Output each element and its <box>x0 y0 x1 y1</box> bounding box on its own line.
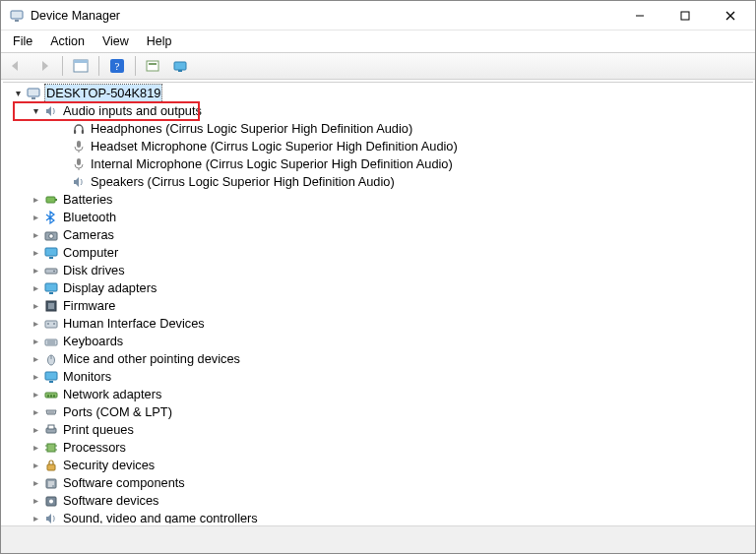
tree-root[interactable]: DESKTOP-504K819 <box>9 85 753 102</box>
device-item[interactable]: Speakers (Cirrus Logic Superior High Def… <box>9 173 753 191</box>
category-item[interactable]: Security devices <box>9 457 753 474</box>
expand-icon[interactable] <box>29 423 42 437</box>
svg-point-25 <box>49 234 54 239</box>
category-item[interactable]: Bluetooth <box>9 209 753 226</box>
svg-rect-3 <box>681 12 689 20</box>
category-item[interactable]: Network adapters <box>9 386 753 403</box>
expand-icon[interactable] <box>29 228 42 242</box>
svg-point-29 <box>53 271 55 273</box>
device-tree[interactable]: DESKTOP-504K819 Audio inputs and outputs… <box>3 83 753 523</box>
forward-button[interactable] <box>32 55 56 77</box>
expand-icon[interactable] <box>29 317 42 331</box>
expand-icon[interactable] <box>29 494 42 508</box>
category-item[interactable]: Print queues <box>9 421 753 439</box>
expand-icon[interactable] <box>29 476 42 490</box>
expand-icon[interactable] <box>29 388 42 401</box>
svg-rect-34 <box>45 321 57 328</box>
computer-icon <box>26 86 41 101</box>
tree-root-label: DESKTOP-504K819 <box>45 85 161 102</box>
expand-icon[interactable] <box>29 264 42 277</box>
category-icon <box>43 351 59 367</box>
category-label: Processors <box>63 439 126 457</box>
category-item[interactable]: Processors <box>9 439 753 457</box>
category-item[interactable]: Batteries <box>9 191 753 209</box>
expand-icon[interactable] <box>29 512 42 523</box>
category-audio[interactable]: Audio inputs and outputs <box>9 102 753 120</box>
svg-rect-1 <box>15 20 19 22</box>
update-driver-button[interactable] <box>169 55 193 77</box>
category-icon <box>43 422 59 438</box>
menu-action[interactable]: Action <box>42 32 93 50</box>
help-button[interactable]: ? <box>105 55 129 77</box>
expand-icon[interactable] <box>29 335 42 348</box>
category-item[interactable]: Monitors <box>9 368 753 386</box>
expand-icon[interactable] <box>29 441 42 455</box>
category-item[interactable]: Human Interface Devices <box>9 315 753 333</box>
category-item[interactable]: Ports (COM & LPT) <box>9 403 753 421</box>
expand-icon[interactable] <box>29 104 42 118</box>
category-icon <box>43 316 59 332</box>
menu-view[interactable]: View <box>94 32 137 50</box>
expand-icon[interactable] <box>29 405 42 419</box>
category-label: Computer <box>63 244 118 262</box>
svg-rect-22 <box>46 197 55 203</box>
device-item[interactable]: Headphones (Cirrus Logic Superior High D… <box>9 120 753 138</box>
device-label: Speakers (Cirrus Logic Superior High Def… <box>91 173 395 191</box>
svg-rect-12 <box>174 62 186 70</box>
svg-rect-53 <box>47 444 55 452</box>
category-label: Human Interface Devices <box>63 315 205 333</box>
close-button[interactable] <box>708 1 753 31</box>
expand-icon[interactable] <box>29 193 42 207</box>
category-item[interactable]: Cameras <box>9 226 753 244</box>
category-icon <box>43 458 59 473</box>
category-item[interactable]: Software components <box>9 474 753 492</box>
category-item[interactable]: Computer <box>9 244 753 262</box>
titlebar: Device Manager <box>1 1 755 31</box>
category-item[interactable]: Disk drives <box>9 262 753 279</box>
scan-hardware-button[interactable] <box>142 55 165 77</box>
expand-icon[interactable] <box>29 352 42 366</box>
expand-icon <box>56 157 70 171</box>
category-icon <box>43 475 59 491</box>
content-area: DESKTOP-504K819 Audio inputs and outputs… <box>3 82 753 523</box>
category-label: Sound, video and game controllers <box>63 510 258 523</box>
statusbar <box>1 525 755 553</box>
device-item[interactable]: Internal Microphone (Cirrus Logic Superi… <box>9 155 753 173</box>
expand-icon[interactable] <box>29 299 42 313</box>
menu-file[interactable]: File <box>5 32 40 50</box>
category-icon <box>43 210 59 225</box>
expand-icon[interactable] <box>11 87 25 100</box>
minimize-button[interactable] <box>617 1 662 31</box>
svg-rect-58 <box>47 464 55 470</box>
category-item[interactable]: Firmware <box>9 297 753 315</box>
svg-rect-43 <box>49 381 53 383</box>
category-item[interactable]: Keyboards <box>9 333 753 350</box>
category-item[interactable]: Software devices <box>9 492 753 510</box>
svg-point-49 <box>50 411 51 412</box>
speaker-icon <box>71 174 87 190</box>
back-button[interactable] <box>5 55 29 77</box>
svg-rect-14 <box>28 89 39 96</box>
category-label: Mice and other pointing devices <box>63 350 240 368</box>
category-label: Network adapters <box>63 386 161 403</box>
toolbar-separator <box>98 56 99 76</box>
show-hide-console-button[interactable] <box>69 55 93 77</box>
expand-icon[interactable] <box>29 211 42 224</box>
menu-help[interactable]: Help <box>139 32 180 50</box>
svg-point-50 <box>52 411 53 412</box>
app-icon <box>9 8 25 24</box>
category-label: Ports (COM & LPT) <box>63 403 172 421</box>
svg-rect-10 <box>147 61 158 71</box>
category-item[interactable]: Sound, video and game controllers <box>9 510 753 523</box>
maximize-button[interactable] <box>662 1 708 31</box>
expand-icon[interactable] <box>29 459 42 472</box>
svg-rect-52 <box>48 425 54 429</box>
device-item[interactable]: Headset Microphone (Cirrus Logic Superio… <box>9 138 753 155</box>
svg-rect-16 <box>74 130 76 134</box>
category-item[interactable]: Mice and other pointing devices <box>9 350 753 368</box>
expand-icon[interactable] <box>29 281 42 295</box>
category-icon <box>43 227 59 243</box>
category-item[interactable]: Display adapters <box>9 279 753 297</box>
expand-icon[interactable] <box>29 246 42 260</box>
expand-icon[interactable] <box>29 370 42 384</box>
